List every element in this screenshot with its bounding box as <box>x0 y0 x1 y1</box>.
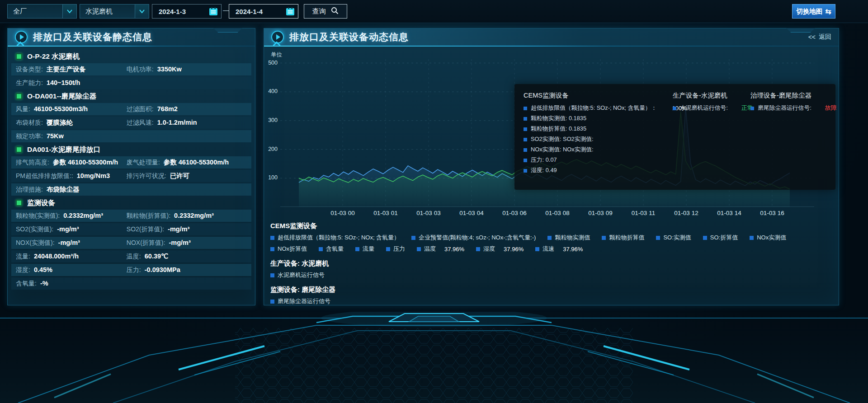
legend-item[interactable]: 流速37.96% <box>535 245 583 253</box>
info-cell: 设备类型:主要生产设备 <box>16 65 127 74</box>
legend-item[interactable]: 温度37.96% <box>417 245 464 253</box>
field-label: 排污许可状况: <box>127 172 166 180</box>
field-label: 温度: <box>127 253 141 261</box>
legend-item[interactable]: 水泥磨机运行信号 <box>270 271 325 279</box>
query-button[interactable]: 查询 <box>304 4 347 19</box>
chart-legend: CEMS监测设备 超低排放限值（颗拉物:5: SOz-; NOx; 含氧量） 企… <box>270 222 827 309</box>
tooltip-item-text: NOx实测值: NOx实测值: <box>531 146 594 154</box>
field-label: 过滤风速: <box>127 119 154 127</box>
blue-square-icon <box>270 273 274 277</box>
legend-item[interactable]: 压力 <box>386 245 405 253</box>
field-label: 颗粒物(折算值): <box>127 212 170 220</box>
legend-item[interactable]: 含氧量 <box>319 245 344 253</box>
info-cell: 电机功率:3350Kw <box>127 66 251 74</box>
y-tick-label: 200 <box>264 146 278 152</box>
tooltip-item-text: 压力: 0.07 <box>531 156 557 164</box>
blue-square-icon <box>673 107 676 110</box>
green-square-icon <box>16 93 22 99</box>
info-row: 湿度:0.45% 压力:-0.0930MPa <box>11 264 251 276</box>
static-info-title: 排放口及关联设备静态信息 <box>33 31 152 43</box>
tooltip-item: SO2实测值: SO2实测值: <box>524 136 673 143</box>
static-info-panel: 排放口及关联设备静态信息 O-P-22 水泥磨机 设备类型:主要生产设备 电机功… <box>7 28 255 305</box>
emissions-chart[interactable]: 单位 100200300400500 01-03 0001-03 0101-03… <box>264 46 839 223</box>
status-badge: 故障 <box>825 104 837 112</box>
info-cell: NOX(折算值):-mg/m³ <box>127 239 251 247</box>
info-cell: 生产能力:140~150t/h <box>16 79 127 87</box>
legend-item[interactable]: 颗粒物折算值 <box>602 234 644 242</box>
legend-item[interactable]: NOx折算值 <box>270 245 307 253</box>
plant-select[interactable]: 全厂 <box>7 4 77 19</box>
switch-map-label: 切换地图 <box>796 7 822 16</box>
field-label: PM超低排排放限值:: <box>16 172 73 180</box>
info-row: 颗粒物(实测值):0.2332mg/m³ 颗粒物(折算值):0.2332mg/m… <box>11 210 251 222</box>
tooltip-item-text: 颗粒物折算值: 0.1835 <box>531 125 586 133</box>
blue-square-icon <box>524 117 527 121</box>
tooltip-item: NOx实测值: NOx实测值: <box>524 146 673 154</box>
static-info-header: 排放口及关联设备静态信息 <box>8 28 255 46</box>
y-tick-label: 100 <box>264 174 278 181</box>
legend-item[interactable]: NOx实测值 <box>750 234 786 242</box>
tooltip-item: 水泥磨机运行信号:正常 <box>673 104 750 112</box>
field-label: 额定功率: <box>16 132 43 141</box>
legend-item[interactable]: 湿度37.96% <box>476 245 524 253</box>
info-cell: SO2(折算值):-mg/m³ <box>127 225 251 234</box>
blue-square-icon <box>524 138 527 141</box>
legend-item[interactable]: 流量 <box>355 245 374 253</box>
field-label: 颗粒物(实测值): <box>16 212 60 220</box>
device-select[interactable]: 水泥磨机 <box>80 4 149 19</box>
tooltip-production-column: 生产设备-水泥磨机 水泥磨机运行信号:正常 <box>673 91 750 184</box>
field-label: 设备类型: <box>16 66 43 74</box>
calendar-icon[interactable] <box>206 7 221 16</box>
bottom-decoration <box>0 312 868 403</box>
blue-square-icon <box>547 236 552 240</box>
date-start-input[interactable]: 2024-1-3 <box>152 4 222 19</box>
chevron-down-icon[interactable] <box>135 5 149 18</box>
section-title: DA001-水泥磨尾排放口 <box>27 145 100 155</box>
switch-map-button[interactable]: 切换地图 ⇆ <box>792 4 835 19</box>
legend-item[interactable]: SO:实测值 <box>656 234 691 242</box>
legend-item[interactable]: SO:折算值 <box>703 234 738 242</box>
legend-item[interactable]: 磨尾除尘器运行信号 <box>270 297 330 305</box>
field-value: 覆膜涤纶 <box>47 118 73 127</box>
info-row: PM超低排排放限值::10mg/Nm3 排污许可状况:已许可 <box>11 170 251 182</box>
blue-square-icon <box>411 236 415 240</box>
field-label: 布袋材质: <box>16 119 43 127</box>
blue-square-icon <box>524 107 527 110</box>
x-tick-label: 01-03 09 <box>588 210 612 216</box>
tooltip-column-title: 治理设备-磨尾除尘器 <box>750 91 836 100</box>
legend-item[interactable]: 企业预警值(颗粒物:4; sOz-; NOx-;含氧气量:-) <box>411 234 536 242</box>
legend-item[interactable]: 超低排放限值（颗拉物:5: SOz-; NOx; 含氧量） <box>270 234 400 242</box>
tooltip-item-text: 磨尾除尘器运行信号: <box>758 104 811 112</box>
date-end-input[interactable]: 2024-1-4 <box>229 4 298 19</box>
info-row: 生产能力:140~150t/h <box>11 77 251 89</box>
field-value: 0.45% <box>34 266 52 273</box>
tooltip-item: 超低排放限值（颗拉物:5: SOz-; NOx; 含氧量）：100% <box>524 104 673 112</box>
field-label: SO2(折算值): <box>127 225 164 234</box>
tooltip-treatment-column: 治理设备-磨尾除尘器 磨尾除尘器运行信号:故障 <box>750 91 836 184</box>
field-label: 过滤面积: <box>127 105 154 113</box>
field-value: 已许可 <box>170 172 190 180</box>
info-cell: 治理措施:布袋除尘器 <box>16 185 127 194</box>
field-label: 电机功率: <box>127 66 154 74</box>
field-value: 0.2332mg/m³ <box>63 212 103 219</box>
tooltip-item-text: SO2实测值: SO2实测值: <box>531 136 594 143</box>
section-header-duster: O-DA001--磨尾除尘器 <box>11 90 251 102</box>
back-link[interactable]: << 返回 <box>808 33 831 41</box>
info-cell: 布袋材质:覆膜涤纶 <box>16 118 127 127</box>
x-tick-label: 01-03 00 <box>330 210 354 216</box>
chevron-down-icon[interactable] <box>62 5 76 18</box>
blue-square-icon <box>656 236 660 240</box>
tooltip-item-text: 湿度: 0.49 <box>531 167 557 174</box>
play-icon <box>15 31 28 43</box>
blue-square-icon <box>319 247 323 251</box>
dynamic-info-header: 排放口及关联设备动态信息 << 返回 <box>264 28 839 46</box>
info-row: 设备类型:主要生产设备 电机功率:3350Kw <box>11 63 251 75</box>
blue-square-icon <box>524 127 527 131</box>
legend-item[interactable]: 颗粒物实测值 <box>547 234 590 242</box>
field-value: 75Kw <box>47 132 64 140</box>
tooltip-item: 磨尾除尘器运行信号:故障 <box>750 104 836 112</box>
field-value: -mg/m³ <box>169 239 190 246</box>
info-cell: 过滤面积:768m2 <box>127 105 251 113</box>
info-row: 治理措施:布袋除尘器 <box>11 183 251 196</box>
calendar-icon[interactable] <box>283 7 298 16</box>
